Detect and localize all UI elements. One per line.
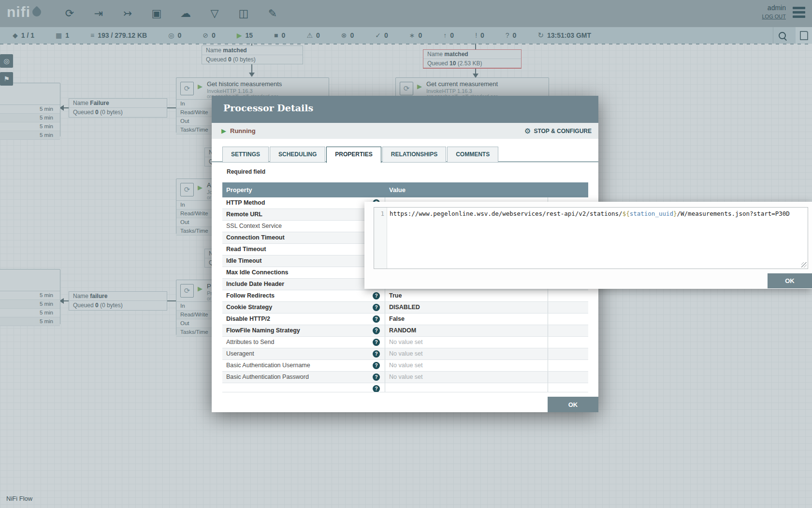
- editor-resize-handle[interactable]: [801, 262, 807, 268]
- remote-process-group-icon[interactable]: ☁: [178, 6, 193, 21]
- property-row: Attributes to Send?No value set: [222, 337, 588, 348]
- processor-icon[interactable]: ⟳: [62, 6, 77, 21]
- canvas-item-target-icon[interactable]: ◎: [0, 54, 13, 68]
- breadcrumb[interactable]: NiFi Flow: [6, 495, 32, 502]
- processor-bundle: or: [207, 296, 211, 301]
- dialog-ok-button[interactable]: OK: [548, 397, 598, 412]
- canvas-item-tag-icon[interactable]: ⚑: [0, 72, 13, 86]
- connection-name-row: Name Failure: [69, 99, 167, 108]
- help-icon[interactable]: ?: [373, 315, 380, 323]
- help-icon[interactable]: ?: [373, 327, 380, 334]
- current-user: admin: [762, 4, 786, 12]
- tab-properties[interactable]: PROPERTIES: [326, 147, 381, 163]
- status-locally-modified: ∗0: [409, 31, 422, 39]
- processor-stat-value: 5 min: [0, 317, 60, 326]
- connection-label[interactable]: Name matchedQueued 10 (2.53 KB): [423, 49, 522, 68]
- global-menu-icon[interactable]: [793, 7, 805, 20]
- editor-code-line[interactable]: https://www.pegelonline.wsv.de/webservic…: [390, 210, 805, 217]
- connection-name-row: Name matched: [202, 46, 303, 55]
- property-extra-cell: [548, 372, 588, 383]
- processor-node[interactable]: 5 min5 min5 min5 min: [0, 269, 60, 325]
- property-name: Basic Authentication Password?: [222, 372, 385, 383]
- not-transmitting-icon: ⊘: [203, 31, 208, 39]
- processor-node[interactable]: 5 min5 min5 min5 min: [0, 83, 60, 137]
- url-token: /W/measurements.json?start=P30D: [677, 210, 790, 217]
- connection-label[interactable]: Name FailureQueued 0 (0 bytes): [69, 98, 167, 118]
- required-field-note: Required field: [227, 168, 265, 175]
- url-token: https://www.pegelonline.wsv.de/webservic…: [390, 210, 623, 217]
- property-name: Basic Authentication Username?: [222, 360, 385, 371]
- sync-failure-icon: !: [475, 31, 477, 39]
- help-icon[interactable]: ?: [373, 304, 380, 311]
- unknown-version-icon: ?: [506, 31, 509, 39]
- funnel-icon[interactable]: ▽: [207, 6, 222, 21]
- status-queued: ≡193 / 279.12 KB: [90, 31, 147, 39]
- value-editor[interactable]: 1 https://www.pegelonline.wsv.de/webserv…: [374, 207, 808, 269]
- help-icon[interactable]: ?: [373, 339, 380, 346]
- logout-link[interactable]: LOG OUT: [762, 14, 786, 19]
- property-row: Follow Redirects?True: [222, 290, 588, 302]
- queued-icon: ≡: [90, 31, 94, 39]
- invalid-count: 0: [316, 31, 320, 39]
- help-icon[interactable]: ?: [373, 350, 380, 358]
- refresh-icon[interactable]: ↻: [537, 31, 544, 40]
- stop-and-configure-button[interactable]: ⚙ STOP & CONFIGURE: [524, 127, 592, 135]
- status-active-threads: ▦1: [56, 31, 69, 39]
- output-port-icon[interactable]: ↣: [120, 6, 135, 21]
- property-value[interactable]: No value set: [385, 360, 548, 371]
- editor-line-number: 1: [374, 208, 387, 217]
- connection-label[interactable]: Name failureQueued 0 (0 bytes): [69, 291, 167, 311]
- transmitting-icon: ◎: [168, 31, 174, 39]
- status-items: ◆1 / 1▦1≡193 / 279.12 KB◎0⊘0▶15■0⚠0⊗0✓0∗…: [0, 31, 537, 39]
- property-value[interactable]: No value set: [385, 337, 548, 348]
- property-value[interactable]: False: [385, 314, 548, 325]
- property-extra-cell: [548, 314, 588, 325]
- tab-relationships[interactable]: RELATIONSHIPS: [382, 147, 446, 163]
- tab-settings[interactable]: SETTINGS: [222, 147, 269, 163]
- nifi-drop-icon: [30, 6, 43, 18]
- property-value[interactable]: No value set: [385, 372, 548, 383]
- panel-toggle-button[interactable]: [796, 27, 812, 44]
- property-name: Idle Timeout?: [222, 255, 385, 267]
- process-group-icon[interactable]: ▣: [149, 6, 164, 21]
- tab-scheduling[interactable]: SCHEDULING: [270, 147, 325, 163]
- label-icon[interactable]: ✎: [265, 6, 280, 21]
- property-extra-cell: [548, 302, 588, 313]
- connection-name-row: Name matched: [423, 50, 521, 59]
- sync-failure-count: 0: [480, 31, 484, 39]
- status-cluster-nodes: ◆1 / 1: [13, 31, 34, 39]
- status-bar: ◆1 / 1▦1≡193 / 279.12 KB◎0⊘0▶15■0⚠0⊗0✓0∗…: [0, 27, 812, 44]
- nifi-logo: nifi: [7, 4, 41, 20]
- property-name: ?: [222, 383, 385, 392]
- processor-type-icon: ⟳: [180, 284, 194, 298]
- status-running: ▶15: [237, 31, 253, 39]
- property-row: Useragent?No value set: [222, 348, 588, 360]
- connection-label[interactable]: Name matchedQueued 0 (0 bytes): [202, 45, 303, 64]
- help-icon[interactable]: ?: [373, 292, 380, 299]
- stop-and-configure-label: STOP & CONFIGURE: [534, 128, 592, 134]
- gear-icon: ⚙: [524, 127, 531, 135]
- help-icon[interactable]: ?: [373, 374, 380, 381]
- search-button[interactable]: [773, 27, 791, 44]
- app-header: nifi ⟳⇥↣▣☁▽◫✎ admin LOG OUT: [0, 0, 812, 27]
- locally-modified-count: 0: [419, 31, 422, 39]
- property-value[interactable]: No value set: [385, 348, 548, 359]
- active-threads-count: 1: [65, 31, 69, 39]
- url-token: ${: [623, 210, 630, 217]
- processor-run-icon: ▶: [417, 83, 422, 90]
- tab-comments[interactable]: COMMENTS: [447, 147, 498, 163]
- help-icon[interactable]: ?: [373, 362, 380, 369]
- property-value[interactable]: True: [385, 290, 548, 301]
- property-row: Cookie Strategy?DISABLED: [222, 302, 588, 314]
- property-value[interactable]: RANDOM: [385, 325, 548, 336]
- property-value[interactable]: [385, 383, 548, 392]
- last-refresh: ↻ 13:51:03 GMT: [537, 31, 591, 40]
- connection-queued-row: Queued 0 (0 bytes): [69, 301, 167, 310]
- property-name: Useragent?: [222, 348, 385, 359]
- help-icon[interactable]: ?: [373, 385, 380, 392]
- editor-ok-button[interactable]: OK: [768, 273, 812, 288]
- template-icon[interactable]: ◫: [236, 6, 251, 21]
- user-area: admin LOG OUT: [762, 4, 786, 19]
- input-port-icon[interactable]: ⇥: [91, 6, 106, 21]
- property-value[interactable]: DISABLED: [385, 302, 548, 313]
